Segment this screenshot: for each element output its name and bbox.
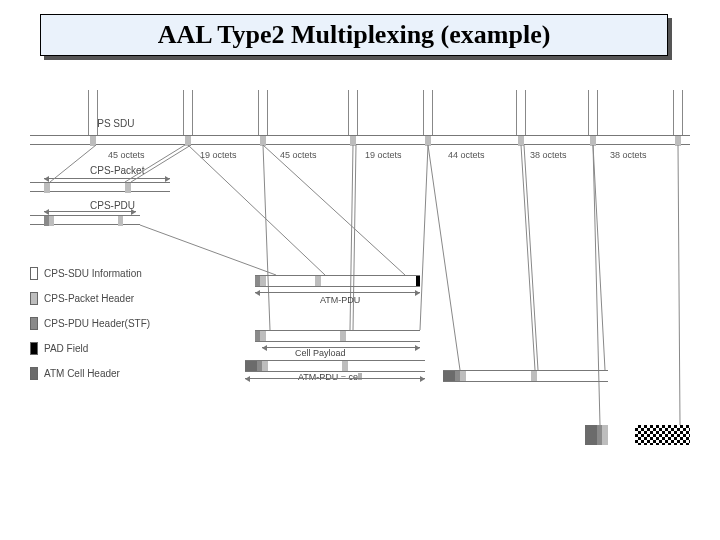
svg-line-9 xyxy=(420,145,428,330)
svg-line-11 xyxy=(521,145,535,370)
svg-line-13 xyxy=(593,145,605,370)
svg-line-10 xyxy=(428,145,460,370)
atm-cell-3 xyxy=(443,370,608,382)
size-label: 44 octets xyxy=(448,150,485,160)
legend-label: CPS-Packet Header xyxy=(44,293,134,304)
channel-pipe xyxy=(673,90,683,135)
channel-pipe xyxy=(588,90,598,135)
svg-line-0 xyxy=(50,145,96,182)
diagram: CPS SDU 45 octets 19 octets 45 octets 19… xyxy=(30,100,690,520)
size-label: 19 octets xyxy=(200,150,237,160)
cell-payload-row xyxy=(255,330,420,342)
svg-line-4 xyxy=(188,145,325,275)
pdu-band xyxy=(30,215,140,225)
svg-line-6 xyxy=(263,145,270,330)
connector-lines xyxy=(30,100,690,520)
swatch-icon xyxy=(30,267,38,280)
legend-pad: PAD Field xyxy=(30,340,88,356)
label-cps-pdu: CPS-PDU xyxy=(90,200,135,211)
label-atm-cell: ATM-PDU = cell xyxy=(298,372,362,382)
legend-pdu-hdr: CPS-PDU Header(STF) xyxy=(30,315,150,331)
label-cell-payload: Cell Payload xyxy=(295,348,346,358)
svg-line-15 xyxy=(678,145,680,425)
label-cps-packet: CPS-Packet xyxy=(90,165,144,176)
legend-label: ATM Cell Header xyxy=(44,368,120,379)
pkt-band xyxy=(30,182,170,192)
size-label: 19 octets xyxy=(365,150,402,160)
channel-pipe xyxy=(88,90,98,135)
dim-atm-cell xyxy=(245,378,425,379)
swatch-icon xyxy=(30,342,38,355)
legend-label: CPS-SDU Information xyxy=(44,268,142,279)
channel-pipe xyxy=(516,90,526,135)
swatch-icon xyxy=(30,367,38,380)
legend-pkt-hdr: CPS-Packet Header xyxy=(30,290,134,306)
size-label: 45 octets xyxy=(108,150,145,160)
svg-line-5 xyxy=(263,145,405,275)
label-atm-pdu: ATM-PDU xyxy=(320,295,360,305)
size-label: 38 octets xyxy=(530,150,567,160)
dim-atm-pdu xyxy=(255,292,420,293)
legend-sdu-info: CPS-SDU Information xyxy=(30,265,142,281)
channel-pipe xyxy=(348,90,358,135)
dim-cps-pdu xyxy=(44,211,136,212)
svg-line-3 xyxy=(140,225,276,275)
svg-line-14 xyxy=(593,145,600,425)
sdu-band xyxy=(30,135,690,145)
atm-cell-4 xyxy=(585,425,690,445)
atm-pdu-row xyxy=(255,275,420,287)
page-title: AAL Type2 Multiplexing (example) xyxy=(40,14,668,56)
channel-pipe xyxy=(258,90,268,135)
size-label: 45 octets xyxy=(280,150,317,160)
svg-line-12 xyxy=(524,145,538,370)
dim-cps-packet xyxy=(44,178,170,179)
channel-pipe xyxy=(423,90,433,135)
swatch-icon xyxy=(30,292,38,305)
legend-atm-hdr: ATM Cell Header xyxy=(30,365,120,381)
channel-pipe xyxy=(183,90,193,135)
size-label: 38 octets xyxy=(610,150,647,160)
legend-label: PAD Field xyxy=(44,343,88,354)
dim-cell-payload xyxy=(262,347,420,348)
legend-label: CPS-PDU Header(STF) xyxy=(44,318,150,329)
swatch-icon xyxy=(30,317,38,330)
